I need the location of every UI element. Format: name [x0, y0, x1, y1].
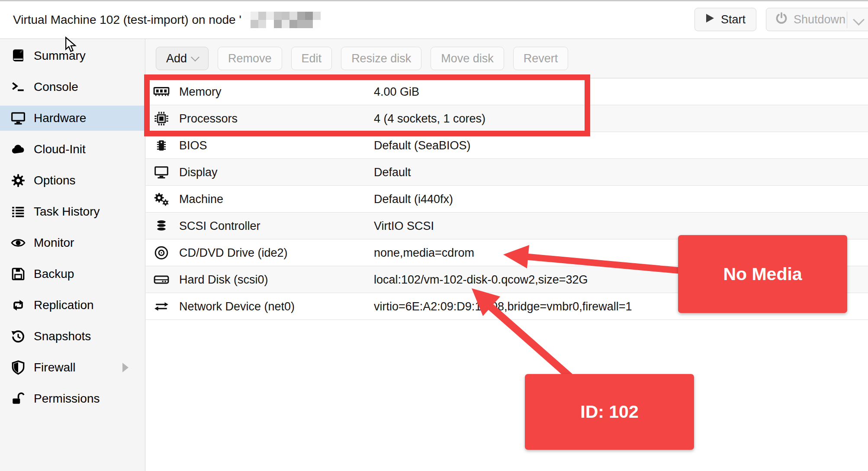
sidebar-item-task-history[interactable]: Task History — [0, 199, 145, 224]
revert-button[interactable]: Revert — [513, 47, 569, 70]
floppy-icon — [10, 267, 27, 281]
sidebar-item-label: Hardware — [34, 111, 86, 125]
proxmox-vm-hardware-page: { "topbar": { "title": "Virtual Machine … — [0, 0, 868, 471]
shield-icon — [10, 360, 27, 375]
row-label: BIOS — [179, 139, 207, 152]
sidebar-item-firewall[interactable]: Firewall — [0, 355, 145, 380]
page-title: Virtual Machine 102 (test-import) on nod… — [13, 12, 321, 28]
sidebar-item-summary[interactable]: Summary — [0, 43, 145, 68]
sidebar-item-label: Console — [34, 80, 78, 94]
resize-disk-button[interactable]: Resize disk — [341, 47, 421, 70]
cdrom-icon — [151, 239, 172, 266]
terminal-icon — [10, 80, 27, 94]
eye-icon — [10, 236, 27, 250]
table-row-display[interactable]: Display Default — [146, 159, 868, 186]
row-value: Default (i440fx) — [374, 192, 453, 206]
edit-button[interactable]: Edit — [291, 47, 332, 70]
sidebar-item-label: Cloud-Init — [34, 142, 86, 156]
remove-button[interactable]: Remove — [218, 47, 282, 70]
sidebar-item-label: Backup — [34, 267, 74, 281]
shutdown-dropdown-chevron-icon[interactable] — [853, 14, 865, 26]
sidebar-item-label: Replication — [34, 298, 94, 312]
remove-button-label: Remove — [228, 52, 272, 65]
gear-icon — [10, 173, 27, 188]
no-media-callout: No Media — [678, 235, 847, 313]
vm-id-callout-label: ID: 102 — [580, 402, 638, 422]
row-value: local:102/vm-102-disk-0.qcow2,size=32G — [374, 273, 588, 286]
row-label: Display — [179, 165, 218, 179]
chevron-down-icon — [191, 53, 199, 61]
history-icon — [10, 329, 27, 344]
network-icon — [151, 293, 172, 319]
submenu-chevron-icon — [122, 363, 129, 372]
shutdown-button[interactable]: Shutdown — [766, 8, 868, 31]
add-button-label: Add — [166, 52, 187, 65]
sidebar-item-snapshots[interactable]: Snapshots — [0, 324, 145, 349]
row-value: virtio=6E:A2:09:D9:15:08,bridge=vmbr0,fi… — [374, 300, 632, 313]
replication-icon — [10, 298, 27, 313]
sidebar-item-label: Task History — [34, 205, 100, 219]
sidebar-item-hardware[interactable]: Hardware — [0, 106, 145, 131]
sidebar-item-monitor[interactable]: Monitor — [0, 230, 145, 255]
sidebar-item-label: Options — [34, 174, 76, 187]
sidebar-item-label: Firewall — [34, 361, 75, 374]
sidebar-item-label: Permissions — [34, 392, 100, 406]
memory-cpu-highlight-rect — [144, 74, 590, 136]
add-button[interactable]: Add — [156, 47, 209, 70]
sidebar-item-permissions[interactable]: Permissions — [0, 386, 145, 411]
start-button-label: Start — [721, 13, 746, 26]
sidebar-item-console[interactable]: Console — [0, 74, 145, 100]
page-title-text: Virtual Machine 102 (test-import) on nod… — [13, 13, 241, 27]
power-icon — [775, 12, 788, 28]
row-value: Default — [374, 165, 411, 179]
hardware-toolbar: Add Remove Edit Resize disk Move disk Re… — [146, 39, 868, 78]
book-icon — [10, 48, 27, 63]
row-label: CD/DVD Drive (ide2) — [179, 246, 288, 259]
display-icon — [151, 159, 172, 185]
cloud-icon — [10, 142, 27, 157]
row-label: Hard Disk (scsi0) — [179, 273, 268, 286]
shutdown-button-label: Shutdown — [794, 13, 845, 26]
row-label: Network Device (net0) — [179, 300, 295, 313]
move-disk-button[interactable]: Move disk — [431, 47, 504, 70]
row-value: VirtIO SCSI — [374, 219, 434, 232]
row-value: none,media=cdrom — [374, 246, 474, 259]
sidebar-item-options[interactable]: Options — [0, 168, 145, 193]
revert-button-label: Revert — [524, 52, 558, 65]
row-value: Default (SeaBIOS) — [374, 139, 471, 152]
sidebar-item-cloud-init[interactable]: Cloud-Init — [0, 137, 145, 162]
unlock-icon — [10, 391, 27, 406]
redacted-node-name — [243, 12, 321, 28]
desktop-icon — [10, 111, 27, 126]
move-disk-button-label: Move disk — [441, 52, 494, 65]
list-icon — [10, 204, 27, 219]
table-row-machine[interactable]: Machine Default (i440fx) — [146, 186, 868, 213]
row-label: Machine — [179, 192, 223, 206]
sidebar-item-label: Monitor — [34, 236, 74, 250]
harddisk-icon — [151, 266, 172, 293]
sidebar-item-label: Snapshots — [34, 329, 91, 343]
row-label: SCSI Controller — [179, 219, 260, 232]
button-separator — [847, 12, 847, 28]
play-icon — [705, 13, 715, 26]
vm-id-callout: ID: 102 — [525, 374, 694, 450]
start-button[interactable]: Start — [694, 8, 756, 31]
edit-button-label: Edit — [302, 52, 322, 65]
vm-sidebar-nav: Summary Console Hardware Cloud-Init Opti… — [0, 39, 145, 471]
sidebar-item-label: Summary — [34, 49, 86, 63]
sidebar-item-replication[interactable]: Replication — [0, 293, 145, 318]
resize-disk-button-label: Resize disk — [351, 52, 411, 65]
database-icon — [151, 213, 172, 239]
no-media-callout-label: No Media — [723, 264, 802, 284]
gears-icon — [151, 186, 172, 212]
sidebar-item-backup[interactable]: Backup — [0, 261, 145, 287]
